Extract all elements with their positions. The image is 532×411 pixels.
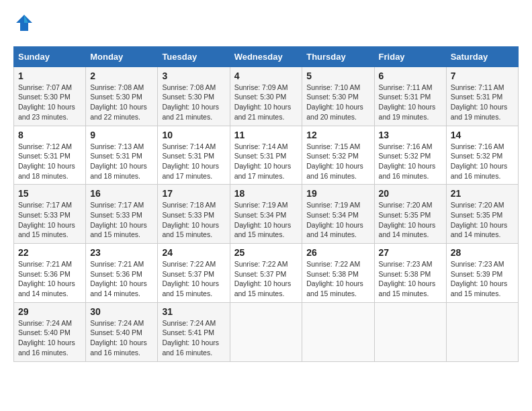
day-cell: 22Sunrise: 7:21 AM Sunset: 5:36 PM Dayli… [14,244,86,303]
week-row-4: 22Sunrise: 7:21 AM Sunset: 5:36 PM Dayli… [14,244,519,303]
day-info: Sunrise: 7:21 AM Sunset: 5:36 PM Dayligh… [18,259,81,299]
header-cell-tuesday: Tuesday [158,46,230,66]
day-info: Sunrise: 7:14 AM Sunset: 5:31 PM Dayligh… [162,142,225,181]
day-cell: 7Sunrise: 7:11 AM Sunset: 5:31 PM Daylig… [446,66,518,126]
day-number: 29 [18,306,81,317]
day-info: Sunrise: 7:22 AM Sunset: 5:37 PM Dayligh… [234,259,298,299]
day-number: 8 [18,130,81,140]
day-info: Sunrise: 7:20 AM Sunset: 5:35 PM Dayligh… [451,200,514,240]
header-row: SundayMondayTuesdayWednesdayThursdayFrid… [14,46,519,66]
day-cell: 31Sunrise: 7:24 AM Sunset: 5:41 PM Dayli… [158,302,230,361]
day-info: Sunrise: 7:19 AM Sunset: 5:34 PM Dayligh… [234,200,298,240]
day-cell: 2Sunrise: 7:08 AM Sunset: 5:30 PM Daylig… [86,66,158,126]
day-cell: 21Sunrise: 7:20 AM Sunset: 5:35 PM Dayli… [446,185,518,244]
day-info: Sunrise: 7:07 AM Sunset: 5:30 PM Dayligh… [18,83,81,122]
header-cell-monday: Monday [86,46,158,66]
day-number: 10 [162,130,225,140]
day-number: 28 [451,247,514,258]
day-info: Sunrise: 7:16 AM Sunset: 5:32 PM Dayligh… [379,142,442,181]
day-info: Sunrise: 7:23 AM Sunset: 5:39 PM Dayligh… [451,259,514,299]
day-cell: 29Sunrise: 7:24 AM Sunset: 5:40 PM Dayli… [14,302,86,361]
day-number: 17 [162,188,225,199]
week-row-1: 1Sunrise: 7:07 AM Sunset: 5:30 PM Daylig… [14,66,519,126]
day-info: Sunrise: 7:24 AM Sunset: 5:41 PM Dayligh… [162,318,225,358]
day-cell: 24Sunrise: 7:22 AM Sunset: 5:37 PM Dayli… [158,244,230,303]
day-number: 23 [90,247,153,258]
week-row-5: 29Sunrise: 7:24 AM Sunset: 5:40 PM Dayli… [14,302,519,361]
day-info: Sunrise: 7:11 AM Sunset: 5:31 PM Dayligh… [451,83,514,122]
calendar-header: SundayMondayTuesdayWednesdayThursdayFrid… [14,46,519,66]
day-cell: 15Sunrise: 7:17 AM Sunset: 5:33 PM Dayli… [14,185,86,244]
day-number: 31 [162,306,225,317]
day-cell: 18Sunrise: 7:19 AM Sunset: 5:34 PM Dayli… [230,185,302,244]
day-cell: 8Sunrise: 7:12 AM Sunset: 5:31 PM Daylig… [14,126,86,185]
day-number: 18 [234,188,298,199]
day-number: 15 [18,188,81,199]
header-cell-sunday: Sunday [14,46,86,66]
day-number: 5 [306,71,369,81]
day-info: Sunrise: 7:21 AM Sunset: 5:36 PM Dayligh… [90,259,153,299]
day-number: 3 [162,71,225,81]
day-info: Sunrise: 7:18 AM Sunset: 5:33 PM Dayligh… [162,200,225,240]
day-cell: 9Sunrise: 7:13 AM Sunset: 5:31 PM Daylig… [86,126,158,185]
day-number: 22 [18,247,81,258]
day-cell: 4Sunrise: 7:09 AM Sunset: 5:30 PM Daylig… [230,66,302,126]
logo [13,13,34,36]
day-number: 2 [90,71,153,81]
day-cell: 26Sunrise: 7:22 AM Sunset: 5:38 PM Dayli… [302,244,374,303]
day-number: 24 [162,247,225,258]
day-cell: 3Sunrise: 7:08 AM Sunset: 5:30 PM Daylig… [158,66,230,126]
day-info: Sunrise: 7:09 AM Sunset: 5:30 PM Dayligh… [234,83,298,122]
day-info: Sunrise: 7:20 AM Sunset: 5:35 PM Dayligh… [379,200,442,240]
header-cell-thursday: Thursday [302,46,374,66]
day-info: Sunrise: 7:14 AM Sunset: 5:31 PM Dayligh… [234,142,298,181]
day-cell: 1Sunrise: 7:07 AM Sunset: 5:30 PM Daylig… [14,66,86,126]
logo-icon [15,13,34,32]
day-number: 4 [234,71,298,81]
day-info: Sunrise: 7:08 AM Sunset: 5:30 PM Dayligh… [90,83,153,122]
day-cell: 5Sunrise: 7:10 AM Sunset: 5:30 PM Daylig… [302,66,374,126]
day-number: 25 [234,247,298,258]
day-info: Sunrise: 7:23 AM Sunset: 5:38 PM Dayligh… [379,259,442,299]
day-info: Sunrise: 7:11 AM Sunset: 5:31 PM Dayligh… [379,83,442,122]
day-info: Sunrise: 7:16 AM Sunset: 5:32 PM Dayligh… [451,142,514,181]
day-info: Sunrise: 7:17 AM Sunset: 5:33 PM Dayligh… [90,200,153,240]
day-number: 6 [379,71,442,81]
day-info: Sunrise: 7:17 AM Sunset: 5:33 PM Dayligh… [18,200,81,240]
calendar-table: SundayMondayTuesdayWednesdayThursdayFrid… [13,46,519,362]
day-cell: 14Sunrise: 7:16 AM Sunset: 5:32 PM Dayli… [446,126,518,185]
day-cell: 10Sunrise: 7:14 AM Sunset: 5:31 PM Dayli… [158,126,230,185]
day-number: 20 [379,188,442,199]
day-cell [230,302,302,361]
day-info: Sunrise: 7:08 AM Sunset: 5:30 PM Dayligh… [162,83,225,122]
day-info: Sunrise: 7:22 AM Sunset: 5:38 PM Dayligh… [306,259,369,299]
day-cell: 12Sunrise: 7:15 AM Sunset: 5:32 PM Dayli… [302,126,374,185]
day-cell: 20Sunrise: 7:20 AM Sunset: 5:35 PM Dayli… [374,185,446,244]
day-number: 12 [306,130,369,140]
week-row-2: 8Sunrise: 7:12 AM Sunset: 5:31 PM Daylig… [14,126,519,185]
day-info: Sunrise: 7:24 AM Sunset: 5:40 PM Dayligh… [90,318,153,358]
day-cell: 11Sunrise: 7:14 AM Sunset: 5:31 PM Dayli… [230,126,302,185]
day-cell [302,302,374,361]
day-cell: 27Sunrise: 7:23 AM Sunset: 5:38 PM Dayli… [374,244,446,303]
day-number: 30 [90,306,153,317]
day-cell: 17Sunrise: 7:18 AM Sunset: 5:33 PM Dayli… [158,185,230,244]
day-info: Sunrise: 7:19 AM Sunset: 5:34 PM Dayligh… [306,200,369,240]
day-number: 13 [379,130,442,140]
day-number: 19 [306,188,369,199]
day-info: Sunrise: 7:22 AM Sunset: 5:37 PM Dayligh… [162,259,225,299]
day-cell: 6Sunrise: 7:11 AM Sunset: 5:31 PM Daylig… [374,66,446,126]
calendar-body: 1Sunrise: 7:07 AM Sunset: 5:30 PM Daylig… [14,66,519,361]
page-header [13,13,519,36]
day-cell [374,302,446,361]
day-cell: 16Sunrise: 7:17 AM Sunset: 5:33 PM Dayli… [86,185,158,244]
day-cell: 19Sunrise: 7:19 AM Sunset: 5:34 PM Dayli… [302,185,374,244]
week-row-3: 15Sunrise: 7:17 AM Sunset: 5:33 PM Dayli… [14,185,519,244]
day-cell: 28Sunrise: 7:23 AM Sunset: 5:39 PM Dayli… [446,244,518,303]
day-info: Sunrise: 7:24 AM Sunset: 5:40 PM Dayligh… [18,318,81,358]
day-cell: 13Sunrise: 7:16 AM Sunset: 5:32 PM Dayli… [374,126,446,185]
day-number: 27 [379,247,442,258]
day-number: 11 [234,130,298,140]
day-cell [446,302,518,361]
day-cell: 23Sunrise: 7:21 AM Sunset: 5:36 PM Dayli… [86,244,158,303]
